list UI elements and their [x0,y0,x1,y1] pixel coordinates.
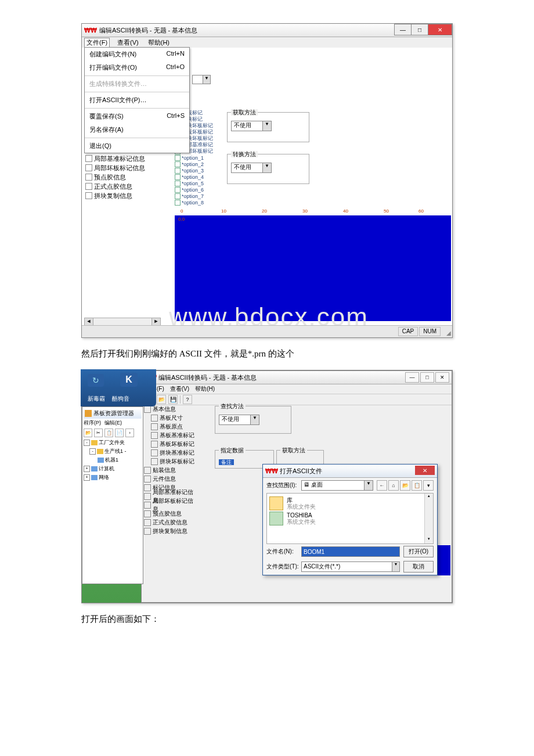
file-list[interactable]: 库系统文件夹 TOSHIBA系统文件夹 ▴▾ [266,493,434,544]
dialog-close-button[interactable]: ✕ [415,466,435,475]
list-item: 基板原点 [144,422,197,431]
nav-back-icon[interactable]: ← [377,480,387,491]
app-icon: ₩₩ [265,467,278,475]
cancel-button[interactable]: 取消 [403,561,434,573]
menu-view[interactable]: 查看(V) [116,38,140,47]
group-convert-method: 转换方法 不使用▼ [227,154,309,184]
caption-1: 然后打开我们刚刚编好的 ASCII 文件，就是*.prn 的这个 [81,348,453,359]
open-button[interactable]: 打开(O) [403,546,434,557]
nav-more-icon[interactable]: ▾ [423,480,434,491]
group-title: 获取方法 [231,109,258,116]
window-title: 编辑ASCII转换码 - 无题 - 基本信息 [99,26,197,35]
status-num: NUM [419,327,441,336]
file-entry[interactable]: 库系统文件夹 [269,496,431,511]
inner-close-button[interactable]: ✕ [435,372,449,383]
dialog-title-bar: ₩₩ 打开ASCII文件 [263,465,437,478]
nav-newfolder-icon[interactable]: 📂 [400,480,410,491]
inner-min-button[interactable]: — [405,372,419,383]
resize-grip-icon[interactable]: ◢ [446,330,451,336]
inner-left-list: 基本信息 基板尺寸 基板原点 基板基准标记 基板坏板标记 拼块基准标记 拼块坏板… [144,405,197,535]
copy-icon[interactable]: 📋 [104,429,113,437]
menu-exit[interactable]: 退出(Q) [85,139,189,153]
tree-line1[interactable]: -生产线1 - [84,447,142,456]
more-icon[interactable]: › [125,429,134,437]
list-item: 元件信息 [144,474,197,483]
inner-menu-help[interactable]: 帮助(H) [195,385,215,393]
filename-input[interactable]: BOOM1 [301,546,400,557]
maximize-button[interactable]: □ [411,24,428,35]
list-item: 拼块基准标记 [144,448,197,457]
close-button[interactable]: ✕ [428,24,452,35]
caption-2: 打开后的画面如下： [81,614,453,625]
tree-item: 局部坏板标记信息 [85,163,167,172]
menu-gen-special: 生成特殊转换文件… [85,77,189,91]
tree-computer[interactable]: +计算机 [84,465,142,473]
explorer-menu: 程序(P)编辑(E) [84,419,142,427]
shortcut-kugou[interactable]: 酷狗音 [109,394,133,404]
folder-icon [85,410,92,417]
figure-2-desktop: ↻ K 新毒霸 酷狗音 基板资源管理器 程序(P)编辑(E) 📂 ✂ 📋 📄 ›… [81,370,453,603]
file-menu-dropdown: 创建编码文件(N)Ctrl+N 打开编码文件(O)Ctrl+O 生成特殊转换文件… [84,47,190,153]
nav-view-icon[interactable]: 📋 [412,480,422,491]
menu-save-as[interactable]: 另名保存(A) [85,123,189,136]
shortcut-xindu[interactable]: 新毒霸 [84,394,109,404]
menu-open-ascii[interactable]: 打开ASCII文件(P)… [85,93,189,107]
minimize-button[interactable]: — [394,24,412,35]
save-icon[interactable]: 💾 [168,395,178,404]
list-item: 贴装信息 [144,466,197,474]
list-item: 基板基准标记 [144,431,197,440]
refresh-icon[interactable]: ↻ [88,374,104,387]
tree-item: 预点胶信息 [85,172,167,182]
group-find-method: 查找方法 不使用▼ [215,406,291,434]
menu-bar: 文件(F) 查看(V) 帮助(H) [82,37,452,48]
nav-up-icon[interactable]: ⌂ [388,480,399,491]
menu-save-over[interactable]: 覆盖保存(S)Ctrl+S [85,110,189,123]
paste-icon[interactable]: 📄 [115,429,124,437]
explorer-toolbar: 📂 ✂ 📋 📄 › [84,427,142,438]
inner-menu-view[interactable]: 查看(V) [170,385,189,393]
group-title: 转换方法 [231,151,258,157]
explorer-header: 基板资源管理器 [84,408,142,419]
menu-open-encoding[interactable]: 打开编码文件(O)Ctrl+O [85,61,189,74]
explorer-tree: -工厂文件夹 -生产线1 - 机器1 +计算机 +网络 [84,438,142,482]
tree-item: 拼块复制信息 [85,191,167,200]
menu-create-file[interactable]: 创建编码文件(N)Ctrl+N [85,48,189,61]
help-icon[interactable]: ? [183,395,192,404]
convert-method-combo[interactable]: 不使用▼ [231,163,272,173]
menu-help[interactable]: 帮助(H) [146,38,171,47]
list-item: 正式点胶信息 [144,518,197,527]
filename-row: 文件名(N): BOOM1 打开(O) [263,544,437,559]
get-method-combo[interactable]: 不使用▼ [231,121,272,131]
filetype-row: 文件类型(T): ASCII文件(*.*)▼ 取消 [263,559,437,574]
filetype-combo[interactable]: ASCII文件(*.*) [301,561,392,572]
status-cap: CAP [398,327,418,336]
file-entry[interactable]: TOSHIBA系统文件夹 [269,511,431,526]
tree-item: 正式点胶信息 [85,182,167,191]
v-scrollbar[interactable]: ▴▾ [424,494,433,543]
folder-icon [269,512,283,525]
open-icon[interactable]: 📂 [84,429,92,437]
inner-editor-window: ₩₩ 编辑ASCII转换码 - 无题 - 基本信息 — □ ✕ 文件(F) 查看… [141,370,452,603]
group-get-method: 获取方法 不使用▼ [227,112,309,142]
lookin-combo[interactable]: 🖥 桌面▼ [301,480,373,491]
app-icon: ₩₩ [84,27,97,34]
inner-menu-bar: 文件(F) 查看(V) 帮助(H) [142,384,452,394]
cut-icon[interactable]: ✂ [94,429,103,437]
find-method-combo[interactable]: 不使用▼ [219,415,259,425]
tree-item: 局部基准标记信息 [85,154,167,163]
tree-machine1[interactable]: 机器1 [84,456,142,465]
k-app-icon[interactable]: K [120,373,138,387]
inner-max-button[interactable]: □ [420,372,434,383]
tree-factory[interactable]: -工厂文件夹 [84,438,142,447]
title-bar: ₩₩ 编辑ASCII转换码 - 无题 - 基本信息 — □ ✕ [82,24,452,37]
inner-toolbar: □ 📂 💾 ? [142,394,452,405]
list-item: 基板坏板标记 [144,440,197,448]
menu-file[interactable]: 文件(F) [84,38,110,48]
open-icon[interactable]: 📂 [157,395,166,404]
lookin-row: 查找范围(I): 🖥 桌面▼ ← ⌂ 📂 📋 ▾ [263,478,437,493]
open-ascii-dialog: ₩₩ 打开ASCII文件 ✕ 查找范围(I): 🖥 桌面▼ ← ⌂ 📂 📋 ▾ … [262,464,438,575]
small-combo[interactable]: ▼ [192,75,211,84]
list-item: 局部坏板标记信息 [144,501,197,509]
tree-network[interactable]: +网络 [84,473,142,482]
board-resource-explorer: 基板资源管理器 程序(P)编辑(E) 📂 ✂ 📋 📄 › -工厂文件夹 -生产线… [82,406,143,584]
